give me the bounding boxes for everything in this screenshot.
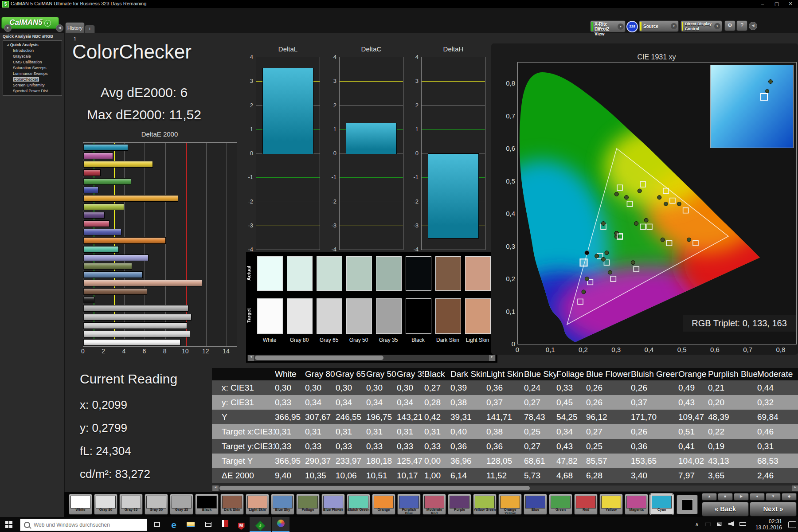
cie-xtick-2: 0,2 bbox=[579, 346, 588, 353]
transport-button-3[interactable]: ● bbox=[750, 493, 765, 501]
deltae-bar-magenta bbox=[83, 153, 113, 159]
calman-taskbar-item[interactable]: 5 bbox=[250, 517, 271, 532]
file-explorer-icon[interactable] bbox=[185, 519, 196, 530]
scroll-right-icon[interactable]: ► bbox=[792, 485, 798, 491]
ytick-4: 4 bbox=[326, 54, 336, 60]
help-icon[interactable]: ? bbox=[736, 20, 747, 31]
sidebar-item-luminance-sweeps[interactable]: Luminance Sweeps bbox=[3, 71, 62, 77]
patch-button-blue-flower[interactable]: Blue Flower bbox=[321, 494, 345, 515]
patch-button-red[interactable]: Red bbox=[574, 494, 598, 515]
transport-button-0[interactable]: ▲ bbox=[702, 493, 717, 501]
sidebar-collapse-icon[interactable]: ◀ bbox=[56, 24, 63, 32]
cie-actual-dark-skin bbox=[644, 218, 648, 222]
cell: 0,33 bbox=[275, 395, 305, 410]
patch-button-purple[interactable]: Purple bbox=[448, 494, 471, 515]
patch-button-dark-skin[interactable]: Dark Skin bbox=[220, 494, 244, 515]
cell: 0,37 bbox=[486, 395, 524, 410]
sidebar-item-colorchecker[interactable]: ColorChecker bbox=[3, 77, 62, 82]
edge-browser-icon[interactable]: e bbox=[168, 519, 180, 530]
sidebar-item-screen-uniformity[interactable]: Screen Uniformity bbox=[3, 82, 62, 88]
collapse-right-panel-icon[interactable]: ◀ bbox=[749, 22, 757, 30]
sidebar-item-cms-calibration[interactable]: CMS Calibration bbox=[3, 59, 62, 65]
patch-button-moderate-red[interactable]: Moderate Red bbox=[422, 494, 446, 515]
patch-button-green[interactable]: Green bbox=[549, 494, 572, 515]
patch-button-orange-yellow[interactable]: Orange Yellow bbox=[498, 494, 522, 515]
patch-button-blue[interactable]: Blue bbox=[524, 494, 547, 515]
ytick-0: 0 bbox=[326, 150, 336, 156]
cell: 0,31 bbox=[305, 424, 336, 439]
sidebar-item-grayscale[interactable]: Grayscale bbox=[3, 54, 62, 59]
sidebar-item-quick-analysis[interactable]: ◢Quick Analysis bbox=[3, 42, 62, 48]
cell: 0,36 bbox=[486, 380, 524, 395]
taskbar-search[interactable] bbox=[20, 519, 147, 531]
patch-button-cyan[interactable]: Cyan bbox=[650, 494, 673, 515]
reader-app-icon[interactable] bbox=[219, 519, 231, 530]
patch-button-gray-50[interactable]: Gray 50 bbox=[145, 494, 168, 515]
scroll-right-icon[interactable]: ► bbox=[489, 355, 495, 361]
minimize-icon[interactable]: – bbox=[756, 0, 769, 7]
notifications-icon[interactable] bbox=[788, 521, 796, 528]
add-tab-button[interactable]: + bbox=[85, 25, 95, 33]
patch-strip: WhiteGray 80Gray 65Gray 50Gray 35BlackDa… bbox=[64, 492, 798, 517]
swatch-label-gray-50: Gray 50 bbox=[344, 337, 373, 343]
transport-button-1[interactable]: ■ bbox=[718, 493, 733, 501]
logo-dropdown-icon[interactable]: ▼ bbox=[44, 20, 51, 27]
meter-count-badge[interactable]: 228 bbox=[626, 21, 638, 32]
patch-button-bluish-green[interactable]: Bluish Green bbox=[347, 494, 370, 515]
sidebar-item-saturation-sweeps[interactable]: Saturation Sweeps bbox=[3, 65, 62, 71]
keyboard-icon[interactable] bbox=[738, 517, 747, 532]
next-button[interactable]: Next » bbox=[750, 502, 797, 516]
volume-icon[interactable] bbox=[726, 517, 736, 532]
task-view-icon[interactable] bbox=[151, 519, 163, 530]
gridline-3 bbox=[340, 81, 403, 82]
start-button[interactable] bbox=[5, 521, 12, 528]
patch-button-yellow[interactable]: Yellow bbox=[599, 494, 623, 515]
search-input[interactable] bbox=[33, 521, 132, 528]
swatch-scrollbar-thumb[interactable] bbox=[255, 356, 383, 360]
ytick-3: 3 bbox=[243, 78, 253, 84]
patch-button-black[interactable]: Black bbox=[195, 494, 219, 515]
scroll-left-icon[interactable]: ◄ bbox=[248, 355, 254, 361]
patch-button-light-skin[interactable]: Light Skin bbox=[246, 494, 269, 515]
transport-button-5[interactable]: ◆ bbox=[782, 493, 797, 501]
scroll-left-icon[interactable]: ◄ bbox=[212, 485, 219, 491]
transport-button-4[interactable]: ▼ bbox=[766, 493, 781, 501]
paint-app-taskbar-item[interactable] bbox=[272, 517, 289, 532]
sidebar-item-introduction[interactable]: Introduction bbox=[3, 48, 62, 54]
gear-icon[interactable]: ⚙ bbox=[724, 20, 735, 31]
patch-button-purplish-blue[interactable]: Purplish Blue bbox=[397, 494, 421, 515]
row-label: Target y:CIE31 bbox=[212, 439, 275, 454]
store-icon[interactable] bbox=[203, 519, 214, 530]
cell: 3,40 bbox=[631, 468, 678, 483]
patch-button-gray-80[interactable]: Gray 80 bbox=[94, 494, 117, 515]
back-button[interactable]: « Back bbox=[702, 502, 749, 516]
close-icon[interactable]: ✕ bbox=[784, 0, 797, 7]
sidebar-item-spectral-power-dist-[interactable]: Spectral Power Dist. bbox=[3, 88, 62, 94]
patch-button-yellow-green[interactable]: Yellow Green bbox=[473, 494, 497, 515]
mcafee-shield-icon[interactable]: M bbox=[235, 519, 247, 530]
chevron-up-icon[interactable]: ∧ bbox=[692, 517, 701, 532]
network-icon[interactable] bbox=[715, 517, 724, 532]
patch-button-foliage[interactable]: Foliage bbox=[296, 494, 320, 515]
patch-button-gray-35[interactable]: Gray 35 bbox=[170, 494, 193, 515]
cell: 78,43 bbox=[524, 410, 556, 424]
patch-button-blue-sky[interactable]: Blue Sky bbox=[271, 494, 294, 515]
patch-button-orange[interactable]: Orange bbox=[372, 494, 395, 515]
transport-button-2[interactable]: ▶ bbox=[734, 493, 749, 501]
taskbar-clock[interactable]: 02:31 13.01.2016 bbox=[755, 518, 782, 531]
source-dropdown[interactable]: Source ▼ bbox=[639, 20, 679, 32]
patch-color bbox=[551, 496, 571, 509]
table-scrollbar[interactable]: ◄ ► bbox=[212, 485, 798, 492]
tab-history-1[interactable]: History 1 bbox=[65, 22, 85, 33]
table-scrollbar-thumb[interactable] bbox=[219, 486, 530, 490]
maximize-icon[interactable]: ▢ bbox=[770, 0, 783, 7]
ytick-3: 3 bbox=[408, 78, 419, 84]
sidebar-options-button[interactable]: ● bbox=[4, 24, 12, 32]
patch-button-white[interactable]: White bbox=[69, 494, 92, 515]
patch-button-magenta[interactable]: Magenta bbox=[625, 494, 648, 515]
patch-button-gray-65[interactable]: Gray 65 bbox=[119, 494, 143, 515]
display-control-dropdown[interactable]: Direct Display Control ▼ bbox=[681, 20, 722, 32]
meter-dropdown[interactable]: X-Rite i1Pro 2 Direct View ▼ bbox=[590, 20, 626, 32]
swatch-scrollbar[interactable]: ◄ ► bbox=[247, 355, 496, 361]
battery-icon[interactable] bbox=[703, 517, 713, 532]
